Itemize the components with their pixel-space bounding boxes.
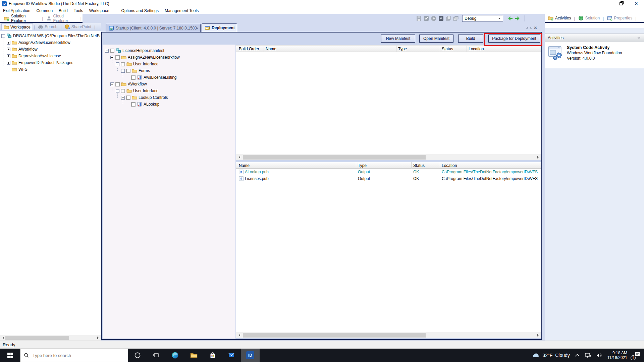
expand-expander-icon[interactable] [7,48,10,51]
scroll-right-icon[interactable] [537,334,540,337]
output-table-row[interactable]: ALookup.pub Output OK C:\Program Files\T… [236,169,541,175]
activity-item-system-code[interactable]: System Code Activity Windows Workflow Fo… [545,42,644,61]
col-type[interactable]: Type [396,46,440,52]
file-explorer-button[interactable] [184,349,203,362]
tab-solution[interactable]: Solution [576,14,602,22]
manifest-node[interactable]: AssignAZNewLicenseorkflow [103,54,235,61]
tab-close-icon[interactable]: × [534,25,537,31]
forward-icon[interactable] [515,15,521,21]
tree-node[interactable]: EmpowerID Product Packages [0,59,101,66]
stop-icon[interactable] [438,15,444,21]
collapse-expander-icon[interactable] [121,69,125,73]
activities-section-header[interactable]: Activities [545,34,644,42]
scroll-left-icon[interactable] [1,337,4,339]
collapse-expander-icon[interactable] [116,62,119,66]
manifest-node[interactable]: User Interface [103,61,235,67]
tab-cloud-explorer[interactable]: Cloud Explorer [44,15,79,22]
scrollbar-thumb[interactable] [243,333,426,338]
save-icon[interactable] [416,15,422,21]
notification-center-button[interactable]: 1 [632,351,641,359]
tab-activities[interactable]: Activities [546,14,573,22]
empowerid-app-button[interactable]: ID [241,349,260,362]
back-icon[interactable] [507,15,513,21]
chevron-up-icon[interactable] [575,354,580,357]
menu-exit-application[interactable]: Exit Application [0,7,33,14]
checkbox[interactable] [131,102,136,107]
tab-scroll-left-icon[interactable]: ◃ [526,25,528,30]
manifest-node[interactable]: User Interface [103,87,235,94]
validate-icon[interactable] [423,15,429,21]
checkbox[interactable] [121,62,125,66]
expand-expander-icon[interactable] [7,61,10,65]
speaker-icon[interactable] [596,353,603,358]
col-location[interactable]: Location [440,162,541,169]
manifest-node[interactable]: Forms [103,67,235,74]
expand-expander-icon[interactable] [7,41,10,45]
taskbar-clock[interactable]: 9:18 AM 11/19/2021 [607,351,627,360]
checkbox[interactable] [131,75,136,80]
checkbox[interactable] [126,96,130,100]
col-type[interactable]: Type [356,162,412,169]
collapse-expander-icon[interactable] [110,56,114,59]
tab-deployment[interactable]: Deployment [202,23,237,32]
run-icon[interactable] [431,15,437,21]
copy-icon[interactable] [445,15,451,21]
checkbox[interactable] [115,55,120,60]
scroll-right-icon[interactable] [537,156,540,159]
output-table-hscrollbar[interactable] [236,332,541,338]
minimize-button[interactable] [598,0,613,7]
weather-widget[interactable]: 32°F Cloudy [532,352,570,358]
checkbox[interactable] [115,82,120,86]
checkbox[interactable] [121,89,125,93]
col-build-order[interactable]: Build Order [237,46,264,52]
col-name[interactable]: Name [237,162,356,169]
store-button[interactable] [203,349,222,362]
tab-sharepoint[interactable]: SharePoint [63,23,93,30]
manifest-node[interactable]: Lookup Controls [103,94,235,101]
collapse-expander-icon[interactable] [110,82,114,86]
expand-expander-icon[interactable] [7,54,10,58]
col-name[interactable]: Name [264,46,396,52]
cascade-windows-icon[interactable] [453,15,459,21]
collapse-expander-icon[interactable] [1,34,5,38]
col-status[interactable]: Status [440,46,467,52]
scrollbar-thumb[interactable] [243,155,426,160]
tab-workspace[interactable]: Workspace [1,23,33,30]
cortana-button[interactable] [128,349,147,362]
chevron-down-icon[interactable] [637,36,641,40]
configuration-dropdown[interactable]: Debug [462,15,503,22]
search-input[interactable] [32,353,112,358]
col-status[interactable]: Status [412,162,440,169]
collapse-expander-icon[interactable] [105,49,109,53]
close-button[interactable]: × [629,0,644,7]
menu-common[interactable]: Common [33,7,56,14]
start-button[interactable] [0,349,20,362]
menu-management-tools[interactable]: Management Tools [162,7,202,14]
menu-options-settings[interactable]: Options and Settings [118,7,162,14]
build-table-hscrollbar[interactable] [236,154,541,160]
restore-button[interactable] [613,0,629,7]
scroll-right-icon[interactable] [97,337,100,339]
tree-node[interactable]: AWorkflow [0,46,101,53]
menu-build[interactable]: Build [56,7,71,14]
scrollbar-thumb[interactable] [5,336,69,340]
manifest-node[interactable]: AWorkflow [103,81,235,87]
col-location[interactable]: Location [467,46,541,52]
tab-properties[interactable]: Properties [605,14,635,22]
tree-node-root[interactable]: DRGAUTAM-WS (C:\Program Files\TheDotNetF… [0,33,101,39]
collapse-expander-icon[interactable] [116,89,119,93]
scroll-left-icon[interactable] [237,334,240,337]
tab-startup[interactable]: Startup (Client: 4.0.0.0 | Server: 7.188… [106,24,201,32]
tree-node[interactable]: DeprovisionAwsLicense [0,53,101,59]
mail-button[interactable] [222,349,241,362]
task-view-button[interactable] [147,349,166,362]
manifest-node-root[interactable]: LicenseHelper.manifest [103,47,235,54]
checkbox[interactable] [126,69,130,73]
tab-scroll-right-icon[interactable]: ▹ [530,25,532,30]
collapse-expander-icon[interactable] [121,96,125,100]
tab-solution-explorer[interactable]: Solution Explorer [2,15,41,22]
tree-node[interactable]: WFS [0,66,101,73]
menu-workspace[interactable]: Workspace [86,7,112,14]
scroll-left-icon[interactable] [237,156,240,159]
output-table-row[interactable]: Licenses.pub Output OK C:\Program Files\… [236,175,541,182]
